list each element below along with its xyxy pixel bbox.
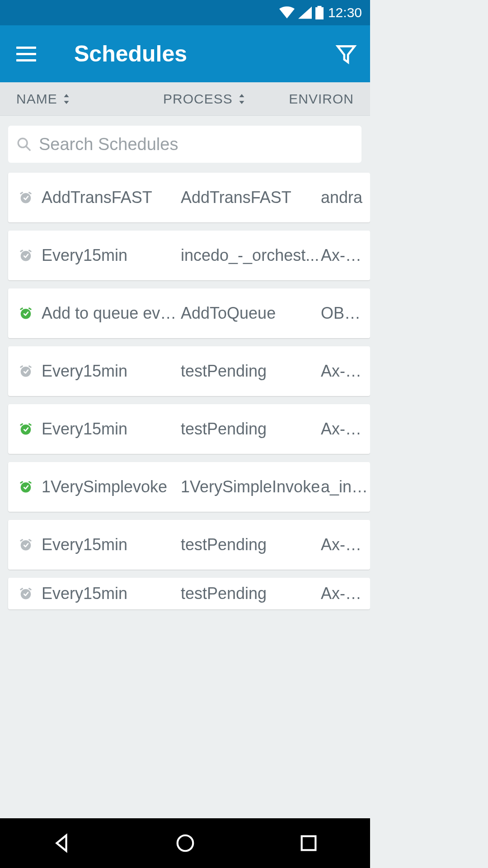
- search-icon: [16, 137, 32, 152]
- column-header-environment[interactable]: ENVIRON: [289, 91, 354, 107]
- schedule-status-icon: [19, 364, 42, 378]
- svg-point-9: [21, 482, 31, 493]
- schedule-process: testPending: [181, 535, 321, 554]
- schedule-environment: Ax-Env: [321, 420, 370, 439]
- schedule-status-icon: [19, 480, 42, 494]
- svg-rect-1: [317, 6, 321, 8]
- schedule-name: 1VerySimplevoke: [42, 477, 181, 496]
- schedule-environment: a_invok: [321, 477, 370, 496]
- schedule-row[interactable]: Every15mintestPendingAx-Env: [8, 346, 370, 396]
- search-box[interactable]: [8, 126, 361, 163]
- cellular-icon: [298, 6, 312, 19]
- schedule-status-icon: [19, 587, 42, 600]
- schedule-status-icon: [19, 307, 42, 320]
- column-header-environment-label: ENVIRON: [289, 91, 354, 106]
- schedule-name: Every15min: [42, 362, 181, 381]
- search-input[interactable]: [39, 135, 353, 154]
- schedule-environment: OBE for: [321, 304, 370, 323]
- column-header-name[interactable]: NAME: [16, 91, 163, 107]
- schedule-process: testPending: [181, 584, 321, 603]
- sort-indicator-icon: [63, 94, 70, 104]
- schedule-row[interactable]: Every15mintestPendingAx-Env: [8, 578, 370, 609]
- column-headers: NAME PROCESS ENVIRON: [0, 82, 370, 116]
- schedule-process: AddTransFAST: [181, 188, 321, 207]
- schedule-environment: andra: [321, 188, 370, 207]
- schedule-environment: Ax-Env: [321, 362, 370, 381]
- schedule-row[interactable]: Every15mintestPendingAx-Env: [8, 404, 370, 454]
- schedule-name: Every15min: [42, 420, 181, 439]
- svg-point-11: [21, 589, 31, 599]
- svg-line-3: [26, 146, 30, 151]
- content-area: AddTransFASTAddTransFASTandraEvery15mini…: [0, 116, 370, 609]
- schedule-row[interactable]: Add to queue eve...AddToQueueOBE for: [8, 288, 370, 338]
- android-status-bar: 12:30: [0, 0, 370, 25]
- column-header-name-label: NAME: [16, 91, 57, 107]
- schedule-row[interactable]: Every15minincedo_-_orchest...Ax-Env: [8, 231, 370, 280]
- page-title: Schedules: [74, 41, 335, 67]
- svg-rect-0: [315, 7, 324, 19]
- schedule-environment: Ax-Env: [321, 535, 370, 554]
- schedule-process: AddToQueue: [181, 304, 321, 323]
- schedule-name: Add to queue eve...: [42, 304, 181, 323]
- schedule-status-icon: [19, 249, 42, 262]
- schedule-name: Every15min: [42, 246, 181, 265]
- status-time: 12:30: [328, 5, 362, 20]
- column-header-process-label: PROCESS: [163, 91, 233, 107]
- wifi-icon: [279, 6, 295, 19]
- schedule-name: Every15min: [42, 535, 181, 554]
- status-icons: [279, 6, 324, 19]
- svg-point-10: [21, 540, 31, 551]
- schedule-process: incedo_-_orchest...: [181, 246, 321, 265]
- schedule-process: 1VerySimpleInvoke: [181, 477, 321, 496]
- column-header-process[interactable]: PROCESS: [163, 91, 289, 107]
- schedule-row[interactable]: 1VerySimplevoke1VerySimpleInvokea_invok: [8, 462, 370, 512]
- svg-point-2: [18, 138, 27, 147]
- app-bar: Schedules: [0, 25, 370, 82]
- schedule-environment: Ax-Env: [321, 584, 370, 603]
- schedule-row[interactable]: AddTransFASTAddTransFASTandra: [8, 173, 370, 222]
- schedule-status-icon: [19, 538, 42, 552]
- schedule-process: testPending: [181, 420, 321, 439]
- schedule-process: testPending: [181, 362, 321, 381]
- schedule-row[interactable]: Every15mintestPendingAx-Env: [8, 520, 370, 570]
- filter-icon[interactable]: [335, 42, 357, 65]
- menu-button[interactable]: [16, 43, 38, 65]
- svg-point-6: [21, 309, 31, 319]
- svg-point-4: [21, 193, 31, 203]
- schedule-environment: Ax-Env: [321, 246, 370, 265]
- schedule-name: Every15min: [42, 584, 181, 603]
- battery-icon: [315, 6, 324, 19]
- schedule-name: AddTransFAST: [42, 188, 181, 207]
- svg-point-8: [21, 425, 31, 435]
- schedule-status-icon: [19, 191, 42, 204]
- schedule-status-icon: [19, 422, 42, 436]
- svg-point-5: [21, 251, 31, 261]
- sort-indicator-icon: [238, 94, 245, 104]
- svg-point-7: [21, 367, 31, 377]
